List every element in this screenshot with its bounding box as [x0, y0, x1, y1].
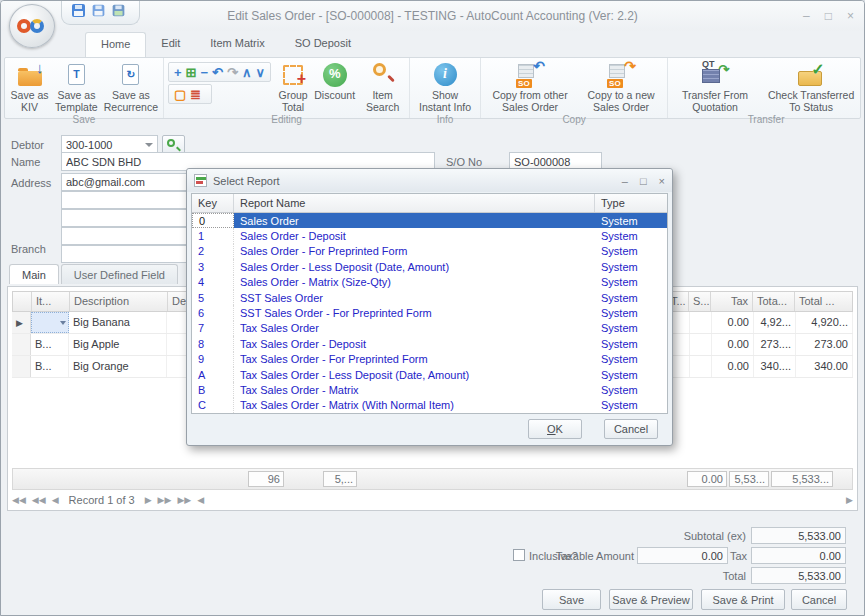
detail-tab[interactable]: User Defined Field: [61, 264, 178, 284]
group-label-transfer: Transfer: [668, 113, 864, 127]
total-cell[interactable]: 273.00: [796, 334, 853, 355]
copy-from-other-so-button[interactable]: SO ↶ Copy from other Sales Order: [483, 60, 577, 113]
cancel-button[interactable]: Cancel: [791, 589, 847, 610]
item-list-icon[interactable]: ≣: [190, 88, 201, 101]
copy-to-new-so-button[interactable]: SO ↷ Copy to a new Sales Order: [577, 60, 665, 113]
description-cell[interactable]: Big Apple: [69, 334, 167, 355]
subtotal-label: Subtotal (ex): [621, 530, 746, 542]
ribbon-tab[interactable]: Home: [85, 32, 146, 57]
nav-prev-icon[interactable]: ◀: [52, 495, 59, 505]
nav-next-icon[interactable]: ▶▶: [177, 495, 191, 505]
report-list-item[interactable]: 9 Tax Sales Order - For Preprinted Form …: [192, 352, 667, 367]
column-item[interactable]: It...: [32, 292, 70, 311]
subtotal-cell[interactable]: 273....: [754, 334, 796, 355]
nav-next-icon[interactable]: ▶▶: [158, 495, 172, 505]
report-list-item[interactable]: A Tax Sales Order - Less Deposit (Date, …: [192, 367, 667, 382]
group-total-button[interactable]: + Group Total: [275, 60, 311, 113]
range-select-icon[interactable]: ▢: [174, 88, 186, 101]
transfer-from-quotation-button[interactable]: QT ↷ Transfer From Quotation: [670, 60, 760, 113]
redo-icon[interactable]: ↷: [227, 66, 238, 79]
report-list-item[interactable]: 1 Sales Order - Deposit System: [192, 228, 667, 243]
nav-prev-icon[interactable]: ◀◀: [32, 495, 46, 505]
close-button[interactable]: ×: [847, 9, 854, 23]
dialog-cancel-button[interactable]: Cancel: [604, 419, 658, 439]
column-report-name[interactable]: Report Name: [234, 194, 595, 212]
report-list-item[interactable]: 0 Sales Order System: [192, 213, 667, 228]
subtotal-value: 5,533.00: [751, 527, 846, 544]
show-instant-info-button[interactable]: i Show Instant Info: [412, 60, 478, 113]
delete-row-icon[interactable]: −: [201, 66, 209, 79]
dialog-close-button[interactable]: ×: [659, 175, 665, 187]
save-as-recurrence-button[interactable]: ↻ Save as Recurrence: [101, 60, 161, 113]
save-as-template-button[interactable]: T Save as Template: [52, 60, 101, 113]
nav-prev-icon[interactable]: ◀◀: [12, 495, 26, 505]
hscroll-right-icon[interactable]: ▶: [846, 495, 853, 505]
inclusive-checkbox[interactable]: [513, 549, 525, 561]
maximize-button[interactable]: □: [825, 9, 832, 23]
row-indicator: ▶: [12, 312, 31, 333]
column-key[interactable]: Key: [192, 194, 234, 212]
report-list-item[interactable]: 5 SST Sales Order System: [192, 290, 667, 305]
subtotal-cell[interactable]: 340....: [754, 356, 796, 377]
tax-cell[interactable]: 0.00: [712, 356, 754, 377]
s-cell[interactable]: [690, 312, 712, 333]
description-cell[interactable]: Big Orange: [69, 356, 167, 377]
column-type[interactable]: Type: [595, 194, 667, 212]
report-list-item[interactable]: C Tax Sales Order - Matrix (With Normal …: [192, 398, 667, 413]
column-subtotal[interactable]: Tota...: [753, 292, 795, 311]
report-list-item[interactable]: B Tax Sales Order - Matrix System: [192, 382, 667, 397]
tax-cell[interactable]: 0.00: [712, 312, 754, 333]
autocount-logo[interactable]: [9, 4, 55, 48]
hscroll-left-icon[interactable]: ◀: [197, 495, 204, 505]
report-key: 2: [192, 244, 234, 259]
column-tax[interactable]: Tax: [711, 292, 753, 311]
report-type: System: [595, 321, 667, 336]
description-cell[interactable]: Big Banana: [69, 312, 167, 333]
ribbon-tab[interactable]: Item Matrix: [195, 32, 279, 57]
move-up-icon[interactable]: ∧: [242, 66, 252, 79]
report-key: C: [192, 398, 234, 413]
s-cell[interactable]: [690, 356, 712, 377]
save-button[interactable]: Save: [542, 589, 601, 610]
tax-cell[interactable]: 0.00: [712, 334, 754, 355]
subtotal-cell[interactable]: 4,92...: [754, 312, 796, 333]
report-list-item[interactable]: 3 Sales Order - Less Deposit (Date, Amou…: [192, 259, 667, 274]
detail-tab[interactable]: Main: [9, 264, 59, 284]
check-transferred-status-button[interactable]: ✓ Check Transferred To Status: [760, 60, 862, 113]
discount-button[interactable]: % Discount: [311, 60, 358, 101]
ok-button[interactable]: OK: [528, 419, 582, 439]
move-down-icon[interactable]: ∨: [255, 66, 265, 79]
save-preview-button[interactable]: Save & Preview: [609, 589, 693, 610]
nav-next-icon[interactable]: ▶: [145, 495, 152, 505]
undo-icon[interactable]: ↶: [212, 66, 223, 79]
report-list-item[interactable]: 8 Tax Sales Order - Deposit System: [192, 336, 667, 351]
total-cell[interactable]: 340.00: [796, 356, 853, 377]
item-search-button[interactable]: Item Search: [358, 60, 407, 113]
dialog-minimize-button[interactable]: –: [622, 175, 628, 187]
report-list-item[interactable]: 4 Sales Order - Matrix (Size-Qty) System: [192, 275, 667, 290]
group-label-editing: Editing: [164, 113, 409, 127]
save-print-button[interactable]: Save & Print: [701, 589, 785, 610]
report-list-item[interactable]: 7 Tax Sales Order System: [192, 321, 667, 336]
save-small-icon[interactable]: [93, 5, 105, 17]
save-new-icon[interactable]: [113, 5, 125, 17]
column-total[interactable]: Total ...: [795, 292, 852, 311]
dialog-maximize-button[interactable]: □: [640, 175, 647, 187]
item-cell[interactable]: B...: [31, 356, 69, 377]
save-as-kiv-button[interactable]: ↓ Save as KIV: [7, 60, 52, 113]
column-s[interactable]: S...: [689, 292, 711, 311]
add-row-icon[interactable]: +: [174, 66, 182, 79]
total-cell[interactable]: 4,920...: [796, 312, 853, 333]
ribbon-tab[interactable]: Edit: [146, 32, 195, 57]
report-list-item[interactable]: 6 SST Sales Order - For Preprinted Form …: [192, 305, 667, 320]
report-list-item[interactable]: 2 Sales Order - For Preprinted Form Syst…: [192, 244, 667, 259]
report-name: SST Sales Order: [234, 290, 595, 305]
minimize-button[interactable]: –: [803, 9, 810, 23]
insert-row-icon[interactable]: ⊞: [186, 66, 197, 79]
save-icon[interactable]: [72, 4, 85, 17]
item-cell[interactable]: [31, 312, 69, 333]
s-cell[interactable]: [690, 334, 712, 355]
column-description[interactable]: Description: [70, 292, 168, 311]
item-cell[interactable]: B...: [31, 334, 69, 355]
ribbon-tab[interactable]: SO Deposit: [280, 32, 366, 57]
